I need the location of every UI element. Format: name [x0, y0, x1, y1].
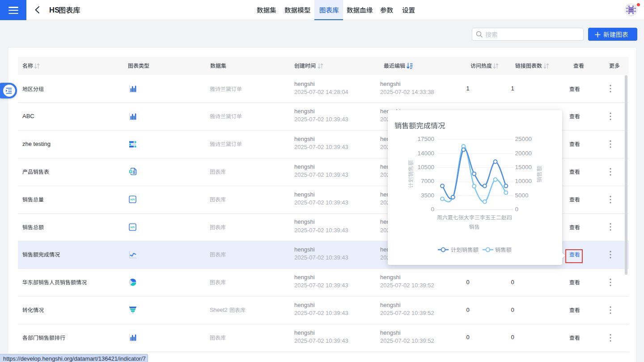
svg-text:KPI: KPI: [131, 226, 135, 229]
svg-text:KPI: KPI: [131, 198, 135, 201]
